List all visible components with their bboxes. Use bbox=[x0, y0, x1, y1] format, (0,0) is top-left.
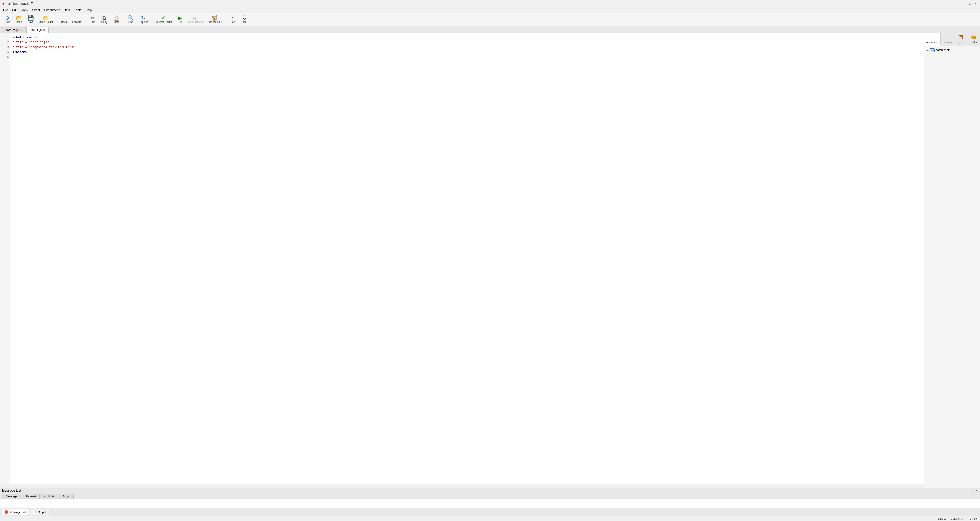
menu-item-experiment[interactable]: Experiment bbox=[42, 8, 62, 13]
code-comment-3: / file = "stopsignaltask2019.iqjs" bbox=[12, 45, 75, 50]
rpanel-tab-icon-position bbox=[945, 35, 950, 40]
message-list-title: Message List bbox=[2, 489, 21, 492]
status-ch: Ch 69 bbox=[969, 517, 977, 520]
footer-tab-message-list[interactable]: 🔴Message List bbox=[2, 509, 29, 515]
tree-code-icon-batch-main: <> bbox=[930, 48, 934, 52]
back-button[interactable]: ←Back bbox=[59, 14, 70, 24]
replace-button[interactable]: ↻Replace bbox=[137, 14, 150, 24]
msg-tab-attribute[interactable]: Attribute bbox=[40, 494, 58, 499]
line-number-5: 5 bbox=[1, 55, 9, 60]
tab-main-iqjs[interactable]: main.iqjs✕ bbox=[26, 27, 49, 33]
menu-item-edit[interactable]: Edit bbox=[10, 8, 19, 13]
app-icon: ● bbox=[2, 2, 4, 6]
back-icon: ← bbox=[62, 15, 67, 21]
rpanel-tab-label-alphabetic: Alphabetic bbox=[926, 41, 939, 44]
cut-button[interactable]: ✂Cut bbox=[87, 14, 98, 24]
footer-tab-icon-output: 📄 bbox=[33, 510, 37, 514]
status-bar: Line 2 Column 34 Ch 69 bbox=[0, 516, 980, 521]
copy-button[interactable]: ⧉Copy bbox=[99, 14, 110, 24]
message-list-header: Message List⬜✕ bbox=[0, 488, 980, 493]
msg-tab-message[interactable]: Message bbox=[2, 494, 21, 499]
status-column: Column 34 bbox=[951, 517, 964, 520]
message-list-expand[interactable]: ⬜ bbox=[971, 489, 975, 492]
maximize-button[interactable]: □ bbox=[968, 1, 972, 6]
message-list-controls: ⬜✕ bbox=[971, 489, 978, 492]
msg-tab-script[interactable]: Script bbox=[59, 494, 73, 499]
forward-label: Forward bbox=[72, 21, 82, 24]
panel-footer: 🔴Message List📄Output bbox=[0, 508, 980, 516]
save-label: Save bbox=[28, 21, 34, 24]
menu-item-file[interactable]: File bbox=[1, 8, 10, 13]
rpanel-tab-position[interactable]: Position bbox=[941, 33, 955, 46]
open-folder-label: Open Folder bbox=[39, 21, 53, 24]
right-panel-tabs: AlphabeticPositionTypeFolder bbox=[924, 33, 980, 46]
tab-label-main-iqjs: main.iqjs bbox=[30, 28, 41, 32]
tree-label-batch-main: batch.main bbox=[935, 48, 951, 52]
main-area: 12345 −<batch main>/ file = "bart.iqjs"/… bbox=[0, 33, 980, 488]
code-tag-4: </batch> bbox=[12, 50, 27, 55]
paste-label: Paste bbox=[113, 21, 119, 24]
code-tag-1: <batch main> bbox=[14, 35, 36, 40]
rpanel-tab-icon-type bbox=[959, 35, 963, 40]
filter-button[interactable]: ⛉Filter bbox=[239, 14, 250, 24]
code-comment-2: / file = "bart.iqjs" bbox=[12, 40, 49, 45]
tab-start-page[interactable]: Start Page✕ bbox=[1, 27, 26, 33]
rpanel-tab-folder[interactable]: Folder bbox=[967, 33, 980, 46]
tab-bar: Start Page✕main.iqjs✕ bbox=[0, 26, 980, 33]
run-button[interactable]: ▶Run bbox=[175, 14, 186, 24]
code-content[interactable]: −<batch main>/ file = "bart.iqjs"/ file … bbox=[10, 33, 924, 484]
new-icon: ⊕ bbox=[5, 15, 10, 21]
menu-bar: FileEditViewScriptExperimentDataToolsHel… bbox=[0, 7, 980, 13]
tree-arrow-batch-main[interactable]: ▶ bbox=[927, 49, 929, 52]
line-numbers: 12345 bbox=[0, 33, 10, 484]
collapse-icon-1[interactable]: − bbox=[12, 36, 14, 40]
sep1-separator bbox=[57, 14, 57, 24]
validate-button[interactable]: ✔Validate Script bbox=[153, 14, 174, 24]
run-icon: ▶ bbox=[178, 15, 182, 21]
bottom-content bbox=[0, 499, 980, 508]
right-panel: AlphabeticPositionTypeFolder ▶<>batch.ma… bbox=[924, 33, 980, 488]
menu-item-data[interactable]: Data bbox=[62, 8, 72, 13]
open-folder-icon: 📁 bbox=[43, 15, 49, 21]
horizontal-scrollbar[interactable] bbox=[0, 484, 924, 488]
footer-tab-output[interactable]: 📄Output bbox=[30, 509, 49, 515]
save-button[interactable]: 💾Save bbox=[25, 14, 36, 24]
message-tabs: MessageElementAttributeScript bbox=[0, 493, 980, 499]
paste-button[interactable]: 📋Paste bbox=[110, 14, 122, 24]
title-bar-left: ● main.iqjs - Inquisit 7 bbox=[2, 2, 33, 6]
rpanel-tab-alphabetic[interactable]: Alphabetic bbox=[924, 33, 941, 46]
sort-button[interactable]: ↕Sort bbox=[228, 14, 239, 24]
open-button[interactable]: 📂Open bbox=[13, 14, 24, 24]
rpanel-tab-type[interactable]: Type bbox=[955, 33, 967, 46]
sort-label: Sort bbox=[231, 21, 235, 24]
find-button[interactable]: 🔍Find bbox=[125, 14, 136, 24]
find-icon: 🔍 bbox=[127, 15, 134, 21]
filter-label: Filter bbox=[242, 21, 248, 24]
menu-item-view[interactable]: View bbox=[19, 8, 30, 13]
footer-tab-label-message-list: Message List bbox=[10, 510, 26, 514]
replace-label: Replace bbox=[139, 21, 148, 24]
rpanel-tab-icon-folder bbox=[971, 35, 976, 40]
menu-item-help[interactable]: Help bbox=[84, 8, 94, 13]
line-number-2: 2 bbox=[1, 40, 9, 45]
msg-tab-element[interactable]: Element bbox=[22, 494, 40, 499]
run-monkey-button[interactable]: 🐒Run Monkey bbox=[205, 14, 224, 24]
menu-item-script[interactable]: Script bbox=[30, 8, 42, 13]
tree-item-batch-main[interactable]: ▶<>batch.main bbox=[926, 48, 978, 53]
open-folder-button[interactable]: 📁Open Folder bbox=[37, 14, 55, 24]
forward-button[interactable]: →Forward bbox=[70, 14, 84, 24]
minimize-button[interactable]: — bbox=[962, 1, 967, 6]
tab-close-start-page[interactable]: ✕ bbox=[21, 29, 22, 32]
copy-label: Copy bbox=[102, 21, 107, 24]
menu-item-tools[interactable]: Tools bbox=[72, 8, 84, 13]
line-number-1: 1 bbox=[1, 35, 9, 40]
close-button[interactable]: ✕ bbox=[974, 1, 978, 6]
editor[interactable]: 12345 −<batch main>/ file = "bart.iqjs"/… bbox=[0, 33, 924, 484]
tab-label-start-page: Start Page bbox=[4, 29, 19, 32]
message-list-close[interactable]: ✕ bbox=[976, 489, 978, 492]
back-label: Back bbox=[61, 21, 67, 24]
new-button[interactable]: ⊕New bbox=[2, 14, 13, 24]
run-element-button: ⏭Run Element bbox=[186, 14, 205, 24]
rpanel-tab-label-folder: Folder bbox=[970, 41, 977, 44]
tab-close-main-iqjs[interactable]: ✕ bbox=[43, 29, 45, 32]
